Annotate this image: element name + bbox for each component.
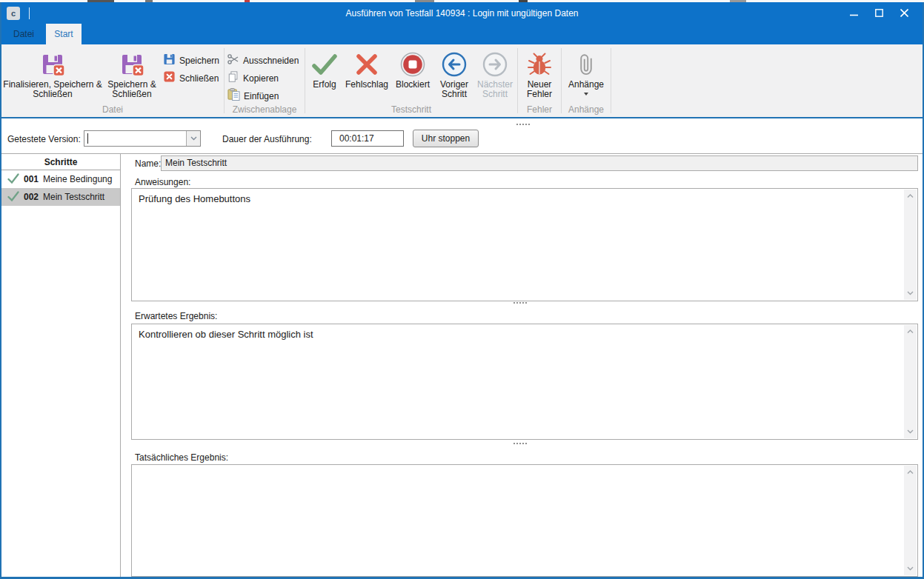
anhaenge-button[interactable]: Anhänge <box>563 47 609 98</box>
schliessen-button[interactable]: Schließen <box>162 69 221 87</box>
scissors-icon <box>227 53 239 67</box>
actual-result-label: Tatsächliches Ergebnis: <box>135 452 228 463</box>
ribbon-button-label: Fehlschlag <box>345 80 388 90</box>
group-separator <box>611 48 611 113</box>
app-icon[interactable]: c <box>7 7 20 20</box>
speichern-button[interactable]: Speichern <box>162 51 221 69</box>
step-item-001[interactable]: 001 Meine Bedingung <box>1 170 120 188</box>
blockiert-button[interactable]: Blockiert <box>391 47 434 99</box>
ribbon-group-anhaenge: Anhänge Anhänge <box>563 44 609 117</box>
naechster-schritt-button[interactable]: Nächster Schritt <box>474 47 516 99</box>
tab-datei[interactable]: Datei <box>6 24 41 44</box>
scroll-down-icon[interactable] <box>904 426 917 438</box>
blocked-stop-icon <box>400 50 425 78</box>
scroll-up-icon[interactable] <box>904 466 917 478</box>
ribbon-group-label: Datei <box>3 104 222 115</box>
ribbon-button-label: Kopieren <box>243 74 279 84</box>
combobox-dropdown-button[interactable] <box>186 131 200 146</box>
scroll-up-icon[interactable] <box>904 190 917 202</box>
application-window: c Ausführen von Testfall 140934 : Login … <box>0 0 924 579</box>
fragment <box>730 0 746 2</box>
ribbon-group-label: Testschritt <box>307 104 516 115</box>
ribbon-group-label: Zwischenablage <box>226 104 303 115</box>
ribbon-group-testschritt: Erfolg Fehlschlag <box>307 44 516 117</box>
name-field[interactable]: Mein Testschritt <box>161 155 918 171</box>
scrollbar[interactable] <box>904 190 917 300</box>
ribbon-group-datei: Finalisieren, Speichern & Schließen <box>3 44 222 117</box>
group-separator <box>305 48 305 113</box>
actual-result-textarea[interactable] <box>131 464 918 577</box>
step-number: 001 <box>24 174 39 184</box>
ausschneiden-button[interactable]: Ausschneiden <box>226 51 303 69</box>
einfuegen-button[interactable]: Einfügen <box>226 87 303 104</box>
step-item-002[interactable]: 002 Mein Testschritt <box>1 188 120 206</box>
previous-step-icon <box>442 50 467 78</box>
splitter-grip[interactable] <box>513 302 527 304</box>
duration-field[interactable]: 00:01:17 <box>331 130 404 147</box>
ribbon-tab-row: Datei Start <box>0 24 924 44</box>
window-border <box>0 2 1 579</box>
erfolg-button[interactable]: Erfolg <box>307 47 342 99</box>
ribbon-button-label: Anhänge <box>568 80 604 90</box>
duration-label: Dauer der Ausführung: <box>222 134 312 144</box>
ribbon-group-label: Fehler <box>519 104 559 115</box>
minimize-button[interactable] <box>841 2 866 24</box>
step-label: Meine Bedingung <box>43 174 112 184</box>
step-number: 002 <box>24 192 39 202</box>
close-button[interactable] <box>891 2 917 24</box>
ribbon-button-label: Einfügen <box>244 92 279 101</box>
scrollbar[interactable] <box>904 325 917 438</box>
ribbon-button-label: Schließen <box>179 74 219 84</box>
execution-toolbar: Getestete Version: Dauer der Ausführung:… <box>0 120 924 154</box>
neuer-fehler-button[interactable]: Neuer Fehler <box>519 47 559 99</box>
tab-start[interactable]: Start <box>46 24 82 44</box>
ribbon-button-label: Speichern & Schließen <box>102 80 162 99</box>
fail-x-icon <box>356 50 378 78</box>
ribbon-button-label: Speichern <box>179 56 219 66</box>
fragment <box>415 0 434 2</box>
fragment <box>519 0 528 2</box>
speichern-schliessen-button[interactable]: Speichern & Schließen <box>102 47 162 99</box>
minimize-icon <box>850 9 858 17</box>
scroll-down-icon[interactable] <box>904 287 917 299</box>
ribbon: Finalisieren, Speichern & Schließen <box>0 44 924 118</box>
maximize-button[interactable] <box>866 2 891 24</box>
paste-icon <box>227 88 240 103</box>
fragment <box>145 0 153 2</box>
ribbon-button-label: Erfolg <box>313 80 336 90</box>
group-separator <box>517 48 518 113</box>
stop-clock-button[interactable]: Uhr stoppen <box>413 130 479 147</box>
steps-header: Schritte <box>1 154 120 170</box>
instructions-label: Anweisungen: <box>135 177 190 187</box>
expected-result-textarea[interactable]: Kontrollieren ob dieser Schritt möglich … <box>131 324 918 440</box>
fehlschlag-button[interactable]: Fehlschlag <box>342 47 391 99</box>
ribbon-button-label: Nächster Schritt <box>474 80 516 99</box>
expected-result-text: Kontrollieren ob dieser Schritt möglich … <box>139 329 898 340</box>
ribbon-group-label: Anhänge <box>563 104 609 115</box>
scrollbar[interactable] <box>904 466 917 575</box>
instructions-textarea[interactable]: Prüfung des Homebuttons <box>131 188 918 301</box>
check-icon <box>7 191 19 204</box>
ribbon-button-label: Voriger Schritt <box>434 80 474 99</box>
tested-version-combobox[interactable] <box>84 130 201 147</box>
splitter-grip[interactable] <box>513 443 527 444</box>
dropdown-arrow-icon <box>584 93 588 98</box>
voriger-schritt-button[interactable]: Voriger Schritt <box>434 47 474 99</box>
kopieren-button[interactable]: Kopieren <box>226 69 303 87</box>
ribbon-group-fehler: Neuer Fehler Fehler <box>519 44 559 117</box>
new-bug-icon <box>527 50 552 78</box>
splitter-grip[interactable] <box>516 124 530 125</box>
chevron-down-icon <box>190 136 197 141</box>
copy-icon <box>227 71 239 85</box>
steps-panel: Schritte 001 Meine Bedingung 002 Mein Te… <box>1 154 121 577</box>
save-close-icon <box>40 50 65 78</box>
finalisieren-speichern-schliessen-button[interactable]: Finalisieren, Speichern & Schließen <box>3 47 102 99</box>
close-icon <box>900 9 908 17</box>
save-icon <box>163 53 176 67</box>
scroll-up-icon[interactable] <box>904 326 917 338</box>
test-step-form: Name: Mein Testschritt Anweisungen: Prüf… <box>122 154 923 577</box>
scroll-down-icon[interactable] <box>904 563 917 575</box>
group-separator <box>561 48 562 113</box>
window-title: Ausführen von Testfall 140934 : Login mi… <box>0 8 924 19</box>
ribbon-button-label: Neuer Fehler <box>519 80 559 99</box>
